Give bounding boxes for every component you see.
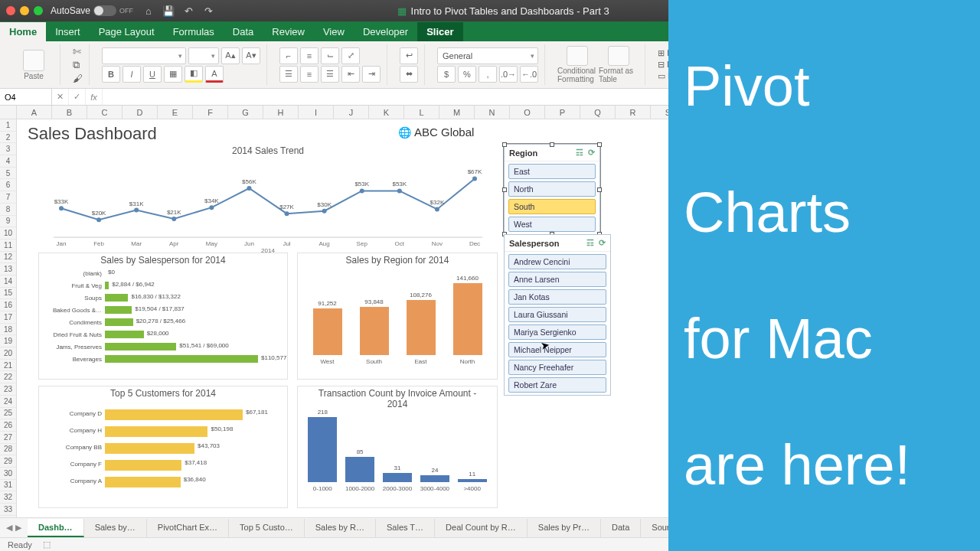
row-header[interactable]: 20 [0, 347, 16, 360]
align-bottom-icon[interactable]: ⌙ [321, 47, 339, 64]
row-header[interactable]: 19 [0, 335, 16, 347]
row-header[interactable]: 24 [0, 396, 16, 408]
row-header[interactable]: 21 [0, 360, 16, 372]
chart-sales-by-salesperson[interactable]: Sales by Salesperson for 2014 (blank)$0F… [38, 253, 288, 380]
sheet-nav[interactable]: ◀▶ [0, 523, 28, 533]
col-header[interactable]: E [158, 106, 193, 119]
tab-insert[interactable]: Insert [46, 22, 90, 41]
slicer-item[interactable]: Andrew Cencini [508, 254, 606, 269]
decrease-indent-icon[interactable]: ⇤ [341, 66, 360, 83]
col-header[interactable]: J [334, 106, 369, 119]
row-header[interactable]: 13 [0, 263, 16, 276]
decrease-font-icon[interactable]: A▾ [242, 47, 260, 64]
row-header[interactable]: 1 [0, 119, 16, 132]
row-header[interactable]: 12 [0, 252, 16, 264]
col-header[interactable]: M [439, 106, 475, 119]
align-top-icon[interactable]: ⌐ [279, 47, 298, 64]
tab-review[interactable]: Review [263, 22, 314, 41]
col-header[interactable]: C [87, 106, 122, 119]
col-header[interactable]: K [369, 106, 404, 119]
chart-transaction-count[interactable]: Transaction Count by Invoice Amount - 20… [297, 386, 498, 508]
slicer-item[interactable]: West [508, 217, 596, 232]
col-header[interactable]: B [52, 106, 87, 119]
slicer-item[interactable]: Robert Zare [508, 377, 606, 393]
cut-icon[interactable]: ✄ [73, 46, 83, 57]
tab-slicer[interactable]: Slicer [417, 22, 462, 41]
minimize-icon[interactable] [20, 6, 29, 15]
maximize-icon[interactable] [34, 6, 43, 15]
sheet-tab[interactable]: Data [601, 519, 641, 537]
row-header[interactable]: 27 [0, 432, 16, 444]
sheet-tab[interactable]: Sales T… [376, 519, 435, 537]
format-as-table-button[interactable]: Format as Table [599, 46, 639, 83]
slicer-item[interactable]: South [508, 199, 596, 214]
enter-formula-icon[interactable]: ✓ [69, 89, 86, 105]
increase-decimal-icon[interactable]: .0→ [499, 66, 518, 83]
col-header[interactable]: A [17, 106, 52, 119]
close-icon[interactable] [6, 6, 15, 15]
cancel-formula-icon[interactable]: ✕ [52, 89, 69, 105]
row-header[interactable]: 17 [0, 311, 16, 324]
tab-developer[interactable]: Developer [354, 22, 417, 41]
font-size-select[interactable] [188, 47, 219, 64]
increase-font-icon[interactable]: A▴ [221, 47, 240, 64]
row-header[interactable]: 16 [0, 299, 16, 311]
chart-top-5-customers[interactable]: Top 5 Customers for 2014 Company D$67,18… [38, 386, 288, 508]
row-header[interactable]: 8 [0, 204, 16, 216]
tab-formulas[interactable]: Formulas [164, 22, 224, 41]
row-header[interactable]: 6 [0, 179, 16, 191]
font-color-icon[interactable]: A [205, 66, 224, 83]
row-header[interactable]: 7 [0, 191, 16, 204]
row-header[interactable]: 10 [0, 227, 16, 240]
merge-icon[interactable]: ⬌ [400, 66, 418, 83]
bold-button[interactable]: B [102, 66, 120, 83]
row-header[interactable]: 26 [0, 419, 16, 432]
sheet-tab[interactable]: Sales by Pr… [528, 519, 601, 537]
slicer-item[interactable]: Laura Giussani [508, 307, 606, 322]
row-header[interactable]: 25 [0, 408, 16, 420]
col-header[interactable]: D [122, 106, 158, 119]
row-headers[interactable]: 1234567891011121314151617181920212223242… [0, 119, 17, 531]
wrap-text-icon[interactable]: ↩ [400, 47, 418, 64]
fill-color-icon[interactable]: ◧ [185, 66, 203, 83]
row-header[interactable]: 30 [0, 468, 16, 480]
tab-data[interactable]: Data [224, 22, 263, 41]
tab-home[interactable]: Home [0, 22, 46, 41]
slicer-item[interactable]: Jan Kotas [508, 289, 606, 305]
col-header[interactable]: Q [580, 106, 616, 119]
sheet-tab[interactable]: Dashb… [28, 519, 84, 537]
currency-icon[interactable]: $ [437, 66, 456, 83]
row-header[interactable]: 31 [0, 480, 16, 492]
tab-page-layout[interactable]: Page Layout [90, 22, 164, 41]
slicer-item[interactable]: Nancy Freehafer [508, 360, 606, 375]
row-header[interactable]: 22 [0, 371, 16, 383]
sheet-tab[interactable]: Deal Count by R… [435, 519, 528, 537]
underline-button[interactable]: U [143, 66, 162, 83]
decrease-decimal-icon[interactable]: ←.0 [520, 66, 538, 83]
switch-icon[interactable] [93, 5, 116, 16]
chart-sales-trend[interactable]: 2014 Sales Trend $33KJan$20KFeb$31KMar$2… [38, 144, 498, 248]
row-header[interactable]: 28 [0, 444, 16, 456]
col-header[interactable]: R [616, 106, 651, 119]
multiselect-icon[interactable]: ☶ [576, 148, 583, 158]
row-header[interactable]: 5 [0, 168, 16, 180]
align-center-icon[interactable]: ≡ [300, 66, 318, 83]
row-header[interactable]: 15 [0, 288, 16, 300]
multiselect-icon[interactable]: ☶ [586, 238, 594, 248]
sheet-tab[interactable]: PivotChart Ex… [147, 519, 229, 537]
copy-icon[interactable]: ⧉ [73, 59, 83, 71]
undo-icon[interactable]: ↶ [182, 5, 194, 17]
align-middle-icon[interactable]: ≡ [300, 47, 318, 64]
slicer-item[interactable]: Mariya Sergienko [508, 324, 606, 340]
sheet-tab[interactable]: Top 5 Custo… [229, 519, 305, 537]
slicer-item[interactable]: North [508, 181, 596, 197]
italic-button[interactable]: I [122, 66, 141, 83]
tab-view[interactable]: View [314, 22, 354, 41]
row-header[interactable]: 4 [0, 155, 16, 168]
format-painter-icon[interactable]: 🖌 [73, 73, 83, 84]
border-icon[interactable]: ▦ [164, 66, 182, 83]
slicer-item[interactable]: Anne Larsen [508, 272, 606, 287]
name-box[interactable]: O4 [0, 89, 52, 105]
col-header[interactable]: H [263, 106, 299, 119]
clear-filter-icon[interactable]: ⟳ [599, 238, 606, 248]
